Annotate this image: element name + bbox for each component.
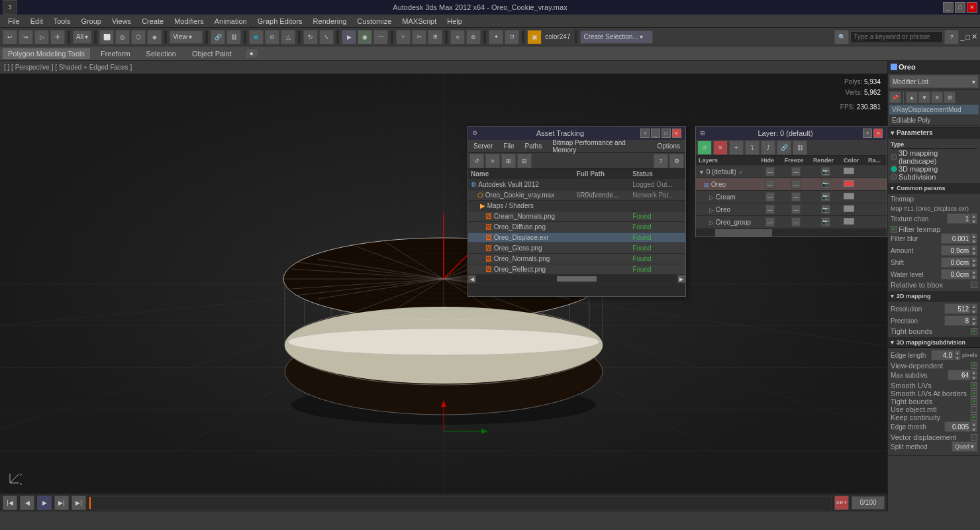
resolution-input[interactable] bbox=[944, 303, 971, 314]
help-button[interactable]: ? bbox=[944, 30, 959, 44]
array-btn[interactable]: ⊞ bbox=[428, 30, 442, 44]
search-input[interactable] bbox=[850, 31, 943, 43]
layer-cream-color-swatch[interactable] bbox=[844, 193, 854, 199]
menu-animation[interactable]: Animation bbox=[209, 16, 252, 26]
maximize-app-button[interactable]: □ bbox=[965, 33, 970, 41]
type-subdivision-radio[interactable] bbox=[891, 174, 897, 180]
scene-btn[interactable]: ⊛ bbox=[466, 30, 481, 44]
mirror-btn[interactable]: ⊨ bbox=[412, 30, 426, 44]
asset-dialog-maximize[interactable]: □ bbox=[662, 129, 671, 138]
edge-length-up[interactable]: ▴ bbox=[954, 350, 961, 355]
maximize-button[interactable]: □ bbox=[955, 2, 965, 13]
keep-continuity-checkbox[interactable]: ✓ bbox=[971, 414, 977, 421]
asset-horizontal-scrollbar[interactable]: ◀ ▶ bbox=[468, 275, 685, 283]
asset-dialog-close[interactable]: ✕ bbox=[672, 129, 681, 138]
water-level-spinbox[interactable]: ▴ ▾ bbox=[941, 269, 977, 280]
snap2-btn[interactable]: ⊙ bbox=[265, 30, 279, 44]
tab-options-button[interactable]: ● bbox=[245, 48, 258, 58]
layer-unlink-btn[interactable]: ⛓ bbox=[793, 140, 807, 155]
tab-freeform[interactable]: Freeform bbox=[95, 48, 136, 59]
edge-thresh-input[interactable] bbox=[944, 421, 971, 432]
asset-help-button[interactable]: ? bbox=[654, 154, 668, 168]
type-subdivision-option[interactable]: Subdivision bbox=[891, 173, 977, 181]
texture-chan-up[interactable]: ▴ bbox=[971, 213, 977, 219]
modifier-move-up-btn[interactable]: ▲ bbox=[906, 91, 918, 103]
layer-oreo-selected-hide[interactable]: — bbox=[758, 178, 781, 191]
tight-bounds-2d-checkbox[interactable]: ✓ bbox=[971, 328, 977, 335]
close-app-button[interactable]: ✕ bbox=[971, 32, 977, 41]
layer-row-cream[interactable]: ▷ Cream — — 📷 bbox=[696, 191, 887, 203]
type-landscape-option[interactable]: 3D mapping (landscape) bbox=[891, 149, 977, 165]
layer-default-hide[interactable]: — bbox=[758, 166, 781, 178]
edge-thresh-spinbox[interactable]: ▴ ▾ bbox=[944, 421, 977, 432]
precision-input[interactable] bbox=[944, 315, 971, 326]
layer-oreo-freeze-btn[interactable]: — bbox=[791, 180, 801, 189]
precision-up[interactable]: ▴ bbox=[971, 315, 977, 321]
shift-spinbox[interactable]: ▴ ▾ bbox=[941, 257, 977, 268]
tab-selection[interactable]: Selection bbox=[141, 48, 181, 59]
menu-group[interactable]: Group bbox=[75, 16, 107, 26]
timeline-start-btn[interactable]: |◀ bbox=[3, 496, 17, 510]
layer-oreo-group-color-swatch[interactable] bbox=[844, 218, 854, 225]
menu-views[interactable]: Views bbox=[107, 16, 136, 26]
timeline-play-btn[interactable]: ▶ bbox=[37, 496, 52, 510]
layer-add-btn[interactable]: + bbox=[729, 140, 744, 155]
menu-maxscript[interactable]: MAXScript bbox=[397, 16, 442, 26]
asset-dialog-minimize[interactable]: _ bbox=[651, 129, 660, 138]
link-btn[interactable]: 🔗 bbox=[211, 30, 225, 44]
layer-default-freeze-btn[interactable]: — bbox=[791, 167, 801, 176]
shift-input[interactable] bbox=[941, 257, 971, 268]
layer-merge-btn[interactable]: ⤵ bbox=[745, 140, 760, 155]
modifier-item-vray[interactable]: VRayDisplacementMod bbox=[889, 105, 979, 115]
minimize-button[interactable]: _ bbox=[943, 2, 954, 13]
asset-menu-bitmap[interactable]: Bitmap Performance and Memory bbox=[547, 138, 652, 155]
layer-link-btn[interactable]: 🔗 bbox=[777, 140, 791, 155]
layer-cream-freeze[interactable]: — bbox=[782, 191, 810, 203]
layer-row-oreo-selected[interactable]: ⊞ Oreo — — 📷 bbox=[696, 178, 887, 191]
scale-btn[interactable]: ⤡ bbox=[319, 30, 334, 44]
edge-thresh-up[interactable]: ▴ bbox=[971, 421, 977, 427]
layer-oreo2-render-btn[interactable]: 📷 bbox=[821, 205, 830, 214]
asset-row-oreo-reflect[interactable]: 🖼 Oreo_Reflect.png Found bbox=[468, 264, 685, 275]
modifier-list-dropdown[interactable]: Modifier List ▾ bbox=[889, 75, 979, 88]
layer-oreo2-color-swatch[interactable] bbox=[844, 205, 854, 212]
asset-refresh-button[interactable]: ↺ bbox=[469, 154, 484, 168]
menu-create[interactable]: Create bbox=[136, 16, 169, 26]
menu-tools[interactable]: Tools bbox=[48, 16, 76, 26]
asset-dialog-help[interactable]: ? bbox=[640, 129, 650, 138]
type-3d-radio[interactable] bbox=[891, 166, 897, 172]
timeline-prev-btn[interactable]: ◀ bbox=[20, 496, 34, 510]
layer-btn[interactable]: ≡ bbox=[450, 30, 465, 44]
layer-table-container[interactable]: Layers Hide Freeze Render Color Ra... ▼ … bbox=[696, 156, 887, 229]
vector-displacement-checkbox[interactable] bbox=[971, 434, 977, 441]
layer-split-btn[interactable]: ⤴ bbox=[761, 140, 775, 155]
timeline-next-btn[interactable]: ▶| bbox=[54, 496, 69, 510]
layer-refresh-btn[interactable]: ↺ bbox=[697, 140, 712, 155]
layer-oreo2-freeze-btn[interactable]: — bbox=[791, 205, 801, 214]
menu-help[interactable]: Help bbox=[442, 16, 467, 26]
layer-scrollbar-thumb[interactable] bbox=[715, 229, 772, 237]
asset-table-button[interactable]: ⊟ bbox=[517, 154, 532, 168]
smooth-uvs-borders-checkbox[interactable]: ✓ bbox=[971, 390, 977, 397]
asset-row-oreo-gloss[interactable]: 🖼 Oreo_Gloss.png Found bbox=[468, 243, 685, 254]
amount-down[interactable]: ▾ bbox=[971, 250, 977, 256]
timeline-key-mode-btn[interactable]: KEY bbox=[834, 496, 849, 510]
max-subdivs-down[interactable]: ▾ bbox=[971, 375, 977, 380]
menu-modifiers[interactable]: Modifiers bbox=[169, 16, 209, 26]
texture-chan-down[interactable]: ▾ bbox=[971, 219, 977, 224]
menu-edit[interactable]: Edit bbox=[25, 16, 48, 26]
water-level-up[interactable]: ▴ bbox=[971, 269, 977, 274]
asset-table-container[interactable]: Name Full Path Status ⚙ Autodesk Vault 2… bbox=[468, 169, 685, 275]
layer-oreo-hide-btn[interactable]: — bbox=[765, 180, 775, 189]
layer-oreo-group-hide-btn[interactable]: — bbox=[765, 217, 775, 227]
asset-row-cream-normals[interactable]: 🖼 Cream_Normals.png Found bbox=[468, 211, 685, 222]
type-landscape-radio[interactable] bbox=[891, 154, 897, 160]
layer-panel-scrollbar[interactable] bbox=[696, 229, 887, 237]
layer-oreo-selected-freeze[interactable]: — bbox=[782, 178, 810, 191]
smooth-uvs-checkbox[interactable]: ✓ bbox=[971, 382, 977, 389]
layer-cream-hide-btn[interactable]: — bbox=[765, 192, 775, 201]
parameters-section-header[interactable]: ▾Parameters bbox=[888, 128, 980, 138]
modifier-move-down-btn[interactable]: ▼ bbox=[918, 91, 930, 103]
filter-dropdown[interactable]: All ▾ bbox=[73, 30, 91, 44]
resolution-spinbox[interactable]: ▴ ▾ bbox=[944, 303, 977, 314]
